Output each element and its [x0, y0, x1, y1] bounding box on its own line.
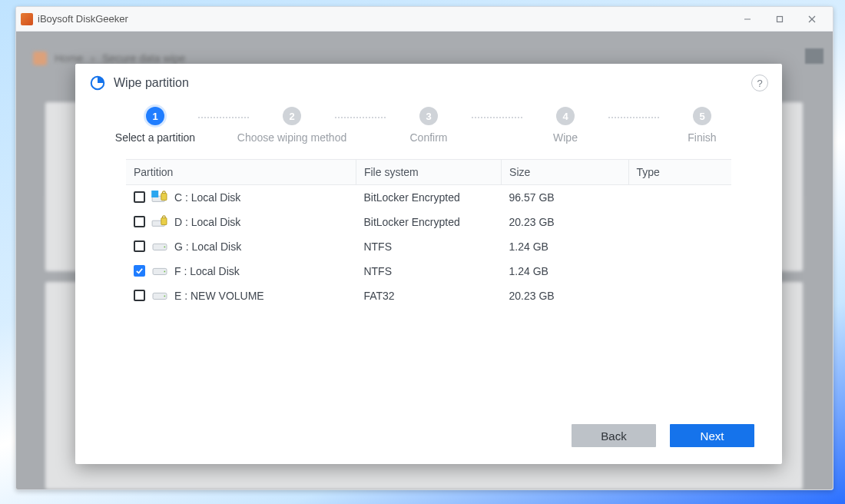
- step-3: 3Confirm: [386, 107, 472, 144]
- step-connector: [335, 117, 386, 118]
- svg-rect-6: [151, 191, 158, 197]
- size-cell: 1.24 GB: [502, 234, 628, 259]
- type-cell: [628, 259, 731, 284]
- col-filesystem[interactable]: File system: [356, 160, 501, 185]
- locked-win-icon: [151, 191, 168, 204]
- close-button[interactable]: [796, 7, 828, 31]
- table-row[interactable]: G : Local DiskNTFS1.24 GB: [126, 234, 731, 259]
- drive-icon: [151, 240, 168, 254]
- titlebar: iBoysoft DiskGeeker: [16, 7, 833, 32]
- row-checkbox[interactable]: [134, 265, 145, 277]
- size-cell: 1.24 GB: [502, 259, 628, 284]
- wizard-stepper: 1Select a partition2Choose wiping method…: [75, 96, 782, 151]
- minimize-button[interactable]: [731, 7, 764, 31]
- next-button[interactable]: Next: [670, 424, 754, 447]
- drive-icon: [151, 264, 168, 278]
- type-cell: [628, 284, 731, 308]
- step-connector: [608, 117, 659, 118]
- step-bubble: 4: [556, 107, 575, 125]
- filesystem-cell: NTFS: [356, 234, 501, 259]
- svg-point-13: [164, 270, 165, 272]
- svg-rect-9: [161, 217, 167, 224]
- svg-rect-1: [777, 16, 783, 22]
- size-cell: 20.23 GB: [502, 284, 628, 308]
- type-cell: [628, 210, 731, 234]
- row-checkbox[interactable]: [134, 191, 145, 203]
- svg-point-11: [164, 246, 165, 247]
- type-cell: [628, 185, 731, 210]
- step-4: 4Wipe: [522, 107, 608, 144]
- step-bubble: 5: [693, 107, 711, 125]
- col-type[interactable]: Type: [628, 160, 731, 185]
- step-2: 2Choose wiping method: [249, 107, 335, 144]
- size-cell: 20.23 GB: [502, 210, 628, 234]
- step-1: 1Select a partition: [112, 107, 198, 144]
- partition-name: E : NEW VOLUME: [174, 290, 264, 302]
- step-label: Finish: [688, 131, 716, 144]
- dialog-footer: Back Next: [75, 413, 782, 464]
- partition-name: G : Local Disk: [174, 240, 241, 253]
- step-5: 5Finish: [659, 107, 745, 144]
- locked-icon: [151, 215, 168, 229]
- drive-icon: [151, 289, 168, 303]
- table-row[interactable]: F : Local DiskNTFS1.24 GB: [126, 259, 731, 284]
- step-label: Wipe: [553, 131, 578, 144]
- size-cell: 96.57 GB: [502, 185, 628, 210]
- help-button[interactable]: ?: [751, 75, 768, 91]
- app-title: iBoysoft DiskGeeker: [38, 13, 128, 25]
- svg-rect-7: [161, 193, 167, 200]
- step-connector: [198, 117, 249, 118]
- row-checkbox[interactable]: [134, 216, 145, 227]
- filesystem-cell: FAT32: [356, 284, 501, 308]
- filesystem-cell: BitLocker Encrypted: [356, 210, 501, 234]
- back-button[interactable]: Back: [572, 424, 656, 447]
- wipe-partition-dialog: Wipe partition ? 1Select a partition2Cho…: [75, 64, 782, 464]
- partition-table: Partition File system Size Type C : Loca…: [126, 159, 731, 308]
- svg-point-15: [164, 295, 165, 297]
- step-connector: [472, 117, 522, 118]
- table-row[interactable]: E : NEW VOLUMEFAT3220.23 GB: [126, 284, 731, 308]
- partition-table-body: C : Local DiskBitLocker Encrypted96.57 G…: [126, 185, 731, 308]
- dialog-title: Wipe partition: [114, 76, 189, 90]
- step-bubble: 1: [146, 107, 164, 125]
- table-row[interactable]: C : Local DiskBitLocker Encrypted96.57 G…: [126, 185, 731, 210]
- partition-name: D : Local Disk: [174, 216, 240, 228]
- dialog-header: Wipe partition ?: [75, 64, 782, 96]
- filesystem-cell: NTFS: [356, 259, 501, 284]
- step-label: Choose wiping method: [237, 131, 346, 144]
- col-size[interactable]: Size: [502, 160, 628, 185]
- maximize-button[interactable]: [764, 7, 796, 31]
- row-checkbox[interactable]: [134, 290, 145, 301]
- row-checkbox[interactable]: [134, 240, 145, 252]
- type-cell: [628, 234, 731, 259]
- app-icon: [21, 13, 33, 25]
- col-partition[interactable]: Partition: [126, 160, 356, 185]
- partition-name: C : Local Disk: [174, 191, 240, 204]
- step-bubble: 3: [419, 107, 438, 125]
- app-window: iBoysoft DiskGeeker Home › Secure data w…: [15, 6, 833, 490]
- partition-name: F : Local Disk: [174, 265, 240, 277]
- wipe-icon: [89, 75, 106, 91]
- partition-table-wrap: Partition File system Size Type C : Loca…: [75, 151, 782, 413]
- step-label: Confirm: [409, 131, 447, 144]
- table-row[interactable]: D : Local DiskBitLocker Encrypted20.23 G…: [126, 210, 731, 234]
- step-label: Select a partition: [115, 131, 195, 144]
- filesystem-cell: BitLocker Encrypted: [356, 185, 501, 210]
- step-bubble: 2: [283, 107, 301, 125]
